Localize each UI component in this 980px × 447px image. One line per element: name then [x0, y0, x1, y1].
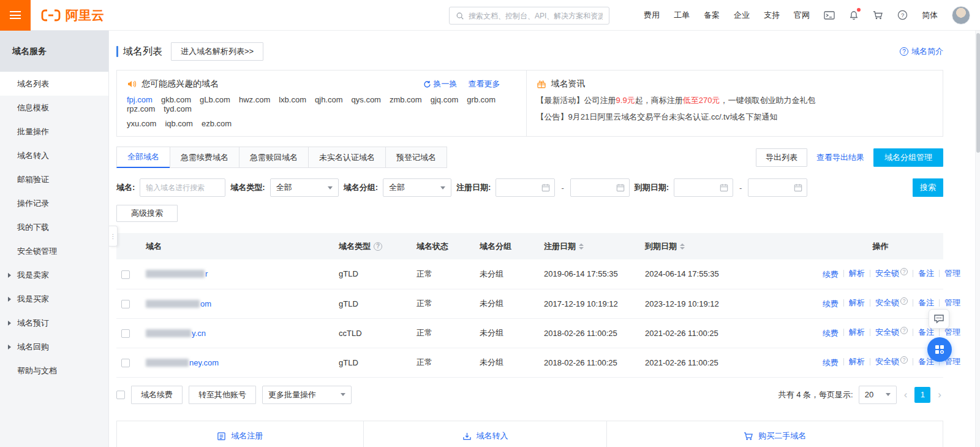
shuffle-domains-link[interactable]: 换一换	[423, 78, 458, 90]
suggested-domain[interactable]: gLb.com	[200, 95, 230, 104]
survey-widget-button[interactable]	[927, 337, 952, 362]
scrollbar-thumb[interactable]	[976, 33, 980, 153]
tab-unverified[interactable]: 未实名认证域名	[308, 147, 386, 168]
enter-dns-list-button[interactable]: 进入域名解析列表>>	[171, 42, 263, 61]
export-list-button[interactable]: 导出列表	[756, 148, 807, 167]
tab-renew-soon[interactable]: 急需续费域名	[170, 147, 239, 168]
next-page-button[interactable]: ›	[936, 389, 943, 400]
language-switch[interactable]: 简体	[922, 10, 938, 21]
renew-link[interactable]: 续费	[823, 299, 839, 310]
exp-date-start-input[interactable]	[674, 178, 733, 197]
row-checkbox[interactable]	[121, 359, 130, 367]
suggested-domain[interactable]: gkb.com	[161, 95, 191, 104]
buy-used-domain-link[interactable]: 购买二手域名	[606, 421, 943, 447]
remark-link[interactable]: 备注	[908, 268, 934, 279]
security-lock-link[interactable]: 安全锁?	[865, 297, 908, 308]
sidebar-item-my-downloads[interactable]: 我的下载	[0, 215, 108, 239]
sidebar-item-transfer-in[interactable]: 域名转入	[0, 143, 108, 167]
view-more-link[interactable]: 查看更多	[469, 78, 500, 90]
current-page-button[interactable]: 1	[914, 387, 930, 403]
hamburger-menu-button[interactable]	[0, 0, 31, 31]
sidebar-item-buyback[interactable]: 域名回购	[0, 335, 108, 359]
group-select[interactable]: 全部	[383, 178, 451, 197]
remark-link[interactable]: 备注	[908, 297, 934, 308]
renew-link[interactable]: 续费	[823, 357, 839, 369]
sidebar-item-domain-list[interactable]: 域名列表	[0, 72, 108, 96]
tab-preregister[interactable]: 预登记域名	[385, 147, 447, 168]
exp-date-end-input[interactable]	[748, 178, 807, 197]
global-search[interactable]	[449, 7, 609, 25]
transfer-account-button[interactable]: 转至其他账号	[189, 386, 256, 404]
feedback-chat-button[interactable]	[929, 309, 949, 329]
suggested-domain[interactable]: iqb.com	[165, 119, 193, 128]
view-export-result-link[interactable]: 查看导出结果	[816, 152, 864, 163]
sidebar-item-operation-log[interactable]: 操作记录	[0, 191, 108, 215]
cart-icon[interactable]	[873, 10, 883, 20]
row-checkbox[interactable]	[121, 329, 130, 338]
renew-link[interactable]: 续费	[823, 328, 839, 339]
manage-link[interactable]: 管理	[934, 268, 960, 279]
sidebar-item-seller[interactable]: 我是卖家	[0, 263, 108, 287]
type-select[interactable]: 全部	[270, 178, 339, 197]
security-lock-link[interactable]: 安全锁?	[865, 356, 908, 367]
security-lock-link[interactable]: 安全锁?	[865, 327, 908, 338]
domain-register-link[interactable]: 域名注册	[117, 421, 363, 447]
renew-link[interactable]: 续费	[823, 269, 839, 280]
nav-tickets[interactable]: 工单	[674, 10, 690, 21]
news-item-activity[interactable]: 【最新活动】公司注册9.9元起，商标注册低至270元，一键领取创业助力金礼包	[537, 95, 933, 106]
aliyun-logo[interactable]: 阿里云	[40, 7, 104, 24]
tab-all-domains[interactable]: 全部域名	[116, 147, 170, 168]
domain-transfer-in-link[interactable]: 域名转入	[363, 421, 607, 447]
console-icon[interactable]	[824, 10, 835, 20]
domain-link[interactable]: y.cn	[146, 329, 329, 338]
reg-date-start-input[interactable]	[496, 178, 555, 197]
suggested-domain[interactable]: ezb.com	[202, 119, 232, 128]
group-manage-button[interactable]: 域名分组管理	[873, 148, 943, 167]
advanced-search-button[interactable]: 高级搜索	[116, 205, 178, 222]
domain-intro-link[interactable]: ? 域名简介	[900, 46, 943, 57]
suggested-domain[interactable]: yxu.com	[127, 119, 156, 128]
resolve-link[interactable]: 解析	[839, 327, 865, 338]
nav-support[interactable]: 支持	[764, 10, 780, 21]
domain-link[interactable]: om	[146, 299, 329, 308]
select-all-checkbox[interactable]	[116, 391, 125, 399]
news-item-notice[interactable]: 【公告】9月21日阿里云域名交易平台未实名认证.cc/.tv域名下架通知	[537, 112, 933, 123]
suggested-domain[interactable]: tyd.com	[164, 104, 192, 113]
suggested-domain[interactable]: rpz.com	[127, 104, 155, 113]
row-checkbox[interactable]	[121, 300, 130, 308]
domain-link[interactable]: r	[146, 269, 329, 278]
domain-link[interactable]: ney.com	[146, 358, 329, 367]
page-scrollbar[interactable]	[975, 31, 980, 447]
sidebar-item-info-template[interactable]: 信息模板	[0, 96, 108, 120]
more-batch-ops-select[interactable]: 更多批量操作	[262, 386, 352, 404]
sidebar-item-batch-ops[interactable]: 批量操作	[0, 120, 108, 143]
resolve-link[interactable]: 解析	[839, 268, 865, 279]
security-lock-link[interactable]: 安全锁?	[865, 268, 908, 279]
global-search-input[interactable]	[469, 12, 603, 20]
row-checkbox[interactable]	[121, 270, 130, 279]
resolve-link[interactable]: 解析	[839, 356, 865, 367]
bell-icon[interactable]	[849, 10, 859, 20]
suggested-domain[interactable]: zmb.com	[390, 95, 422, 104]
question-circle-icon[interactable]: ?	[374, 242, 382, 251]
sidebar-item-prebook[interactable]: 域名预订	[0, 311, 108, 335]
suggested-domain[interactable]: qys.com	[352, 95, 381, 104]
suggested-domain[interactable]: fpj.com	[127, 95, 153, 104]
resolve-link[interactable]: 解析	[839, 297, 865, 308]
prev-page-button[interactable]: ‹	[902, 389, 910, 400]
page-size-select[interactable]: 20	[859, 386, 897, 404]
suggested-domain[interactable]: grb.com	[467, 95, 496, 104]
sidebar-item-help-docs[interactable]: 帮助与文档	[0, 359, 108, 383]
suggested-domain[interactable]: hwz.com	[239, 95, 270, 104]
suggested-domain[interactable]: lxb.com	[279, 95, 306, 104]
avatar[interactable]	[952, 6, 970, 25]
tab-redeem-soon[interactable]: 急需赎回域名	[239, 147, 309, 168]
sidebar-collapse-handle[interactable]: ⋮	[109, 226, 118, 246]
remark-link[interactable]: 备注	[908, 327, 934, 338]
domain-search-input[interactable]	[140, 178, 225, 197]
nav-enterprise[interactable]: 企业	[734, 10, 750, 21]
nav-billing[interactable]: 费用	[644, 10, 660, 21]
help-icon[interactable]: ?	[897, 10, 908, 20]
sort-icon[interactable]	[680, 243, 685, 250]
sidebar-item-buyer[interactable]: 我是买家	[0, 287, 108, 311]
